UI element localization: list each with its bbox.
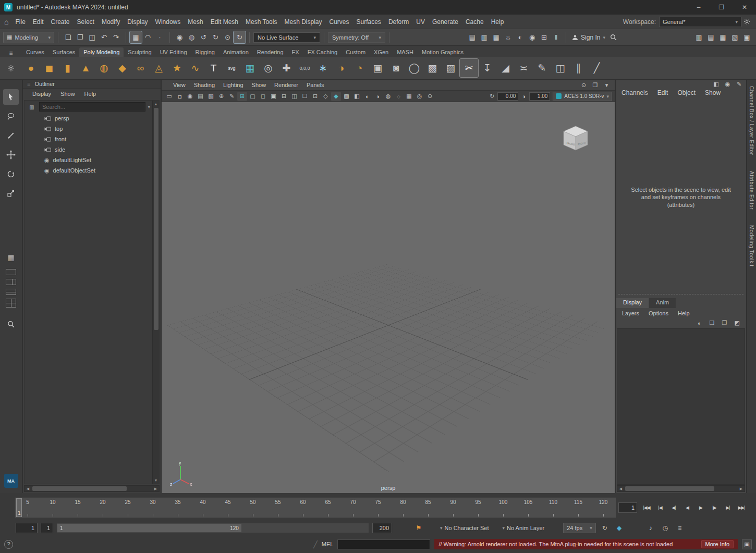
single-pane-layout-button[interactable] bbox=[6, 269, 16, 275]
retopologize-icon[interactable]: ▨ bbox=[442, 59, 460, 77]
layer-visibility-icon[interactable]: ◐ bbox=[694, 318, 704, 328]
move-layer-icon[interactable]: ◩ bbox=[732, 318, 742, 328]
filter-icon[interactable]: ▥ bbox=[27, 102, 37, 112]
go-to-start-button[interactable]: |◀◀ bbox=[640, 501, 653, 514]
playback-loop-icon[interactable]: ↻ bbox=[599, 523, 611, 533]
workspace-dropdown[interactable]: General* ▾ bbox=[659, 17, 741, 27]
scroll-right-icon[interactable]: ▶ bbox=[152, 485, 159, 492]
shelf-tab[interactable]: Poly Modeling bbox=[79, 47, 124, 57]
gate-mask-icon[interactable]: ▣ bbox=[269, 92, 278, 101]
super-shape-icon[interactable]: ★ bbox=[168, 59, 186, 77]
poly-disc-icon[interactable]: ∞ bbox=[131, 59, 150, 77]
workspace-controls-icon[interactable]: ▧ bbox=[729, 31, 741, 43]
raise-panels-icon[interactable]: ▣ bbox=[741, 31, 753, 43]
snap-to-projected-center-icon[interactable]: ◉ bbox=[174, 31, 186, 43]
mel-toggle[interactable]: MEL bbox=[322, 541, 334, 547]
resize-grip-icon[interactable]: ╱ bbox=[313, 540, 318, 548]
quad-draw-icon[interactable]: ✎ bbox=[533, 59, 551, 77]
outliner-menu-item[interactable]: Display bbox=[28, 90, 55, 98]
view-cube[interactable]: FRONT RIGHT bbox=[558, 122, 593, 156]
layer-editor-tab[interactable]: Anim bbox=[649, 298, 676, 308]
two-pane-side-layout-button[interactable] bbox=[6, 279, 16, 285]
render-frame-icon[interactable]: ▤ bbox=[466, 31, 478, 43]
more-info-button[interactable]: More Info bbox=[701, 540, 734, 548]
grease-pencil-icon[interactable]: ✎ bbox=[227, 92, 237, 101]
scale-tool[interactable] bbox=[3, 186, 19, 201]
command-input[interactable] bbox=[337, 539, 430, 549]
menu-item[interactable]: Curves bbox=[326, 17, 353, 27]
character-set-dropdown[interactable]: ▾ No Character Set bbox=[440, 525, 489, 531]
redo-icon[interactable]: ↷ bbox=[110, 31, 122, 43]
layer-editor-tab[interactable]: Display bbox=[616, 298, 649, 308]
isolate-select-icon[interactable]: ⊙ bbox=[425, 92, 435, 101]
layer-horizontal-scrollbar[interactable]: ◀ ▶ bbox=[617, 485, 745, 492]
toggle-attribute-editor-icon[interactable]: ▥ bbox=[693, 31, 705, 43]
outliner-item[interactable]: ◉ defaultLightSet bbox=[25, 155, 152, 165]
channel-box-menu-item[interactable]: Edit bbox=[653, 88, 673, 99]
rotate-tool[interactable] bbox=[3, 166, 19, 182]
fps-dropdown[interactable]: 24 fps ▾ bbox=[563, 523, 596, 533]
poly-sphere-icon[interactable]: ● bbox=[22, 59, 40, 77]
paint-select-tool[interactable] bbox=[3, 128, 19, 143]
input-connections-icon[interactable]: ↻ bbox=[234, 31, 246, 43]
tab-channel-box-layer-editor[interactable]: Channel Box / Layer Editor bbox=[749, 86, 754, 155]
time-slider[interactable]: 1 51015202530354045505560657075808590951… bbox=[15, 497, 616, 518]
shadows-toggle-icon[interactable]: ◑ bbox=[373, 92, 383, 101]
four-pane-layout-button[interactable] bbox=[6, 299, 16, 308]
render-settings-icon[interactable]: ☼ bbox=[502, 31, 514, 43]
redo-history-icon[interactable]: ↻ bbox=[210, 31, 222, 43]
outliner-item[interactable]: ◉ top bbox=[25, 124, 152, 134]
shelf-menu-icon[interactable]: ≡ bbox=[0, 50, 22, 57]
sweep-mesh-icon[interactable]: ∿ bbox=[186, 59, 204, 77]
shelf-tab[interactable]: Curves bbox=[22, 47, 48, 57]
channel-box-menu-item[interactable]: Object bbox=[673, 88, 700, 99]
view-transform-dropdown[interactable]: ACES 1.0 SDR-v ▾ bbox=[553, 92, 612, 101]
menu-item[interactable]: Deform bbox=[385, 17, 412, 27]
viewport-menu-item[interactable]: Panels bbox=[302, 81, 328, 89]
shelf-tab[interactable]: Animation bbox=[219, 47, 253, 57]
shelf-tab[interactable]: Custom bbox=[342, 47, 370, 57]
pin-channel-box-icon[interactable]: ◉ bbox=[723, 79, 733, 89]
maximize-button[interactable]: ❐ bbox=[710, 0, 733, 15]
wireframe-mode-icon[interactable]: ◇ bbox=[321, 92, 331, 101]
frame-all-icon[interactable]: ⊡ bbox=[310, 92, 320, 101]
current-time-field[interactable]: 1 bbox=[618, 502, 637, 513]
textured-mode-icon[interactable]: ▩ bbox=[342, 92, 351, 101]
previous-frame-button[interactable]: ◀| bbox=[667, 501, 680, 514]
next-keyframe-button[interactable]: ▶| bbox=[721, 501, 735, 514]
menu-item[interactable]: Cache bbox=[462, 17, 487, 27]
resolution-gate-icon[interactable]: ◻ bbox=[258, 92, 268, 101]
bridge-icon[interactable]: ≍ bbox=[515, 59, 533, 77]
range-slider[interactable]: 1 120 bbox=[56, 523, 369, 533]
tear-off-copy-icon[interactable]: ❐ bbox=[590, 80, 600, 90]
viewport-menu-item[interactable]: Shading bbox=[190, 81, 219, 89]
shelf-gear-icon[interactable] bbox=[0, 65, 22, 72]
move-tool[interactable] bbox=[3, 147, 19, 163]
layer-editor-menu-item[interactable]: Layers bbox=[618, 309, 643, 317]
close-button[interactable]: ✕ bbox=[733, 0, 756, 15]
play-forward-button[interactable]: ▶ bbox=[694, 501, 708, 514]
snap-to-curve-icon[interactable]: ◠ bbox=[142, 31, 154, 43]
shelf-tab[interactable]: XGen bbox=[370, 47, 393, 57]
toggle-tool-settings-icon[interactable]: ▤ bbox=[705, 31, 717, 43]
viewport-menu-item[interactable]: Show bbox=[248, 81, 271, 89]
type-tool-icon[interactable]: T bbox=[204, 59, 223, 77]
poly-cone-icon[interactable]: ▲ bbox=[77, 59, 95, 77]
image-plane-icon[interactable]: ▧ bbox=[206, 92, 216, 101]
menu-item[interactable]: Help bbox=[487, 17, 508, 27]
menu-item[interactable]: Edit Mesh bbox=[207, 17, 242, 27]
playback-start-field[interactable]: 1 bbox=[41, 523, 53, 533]
viewport-canvas[interactable]: FRONT RIGHT y x z persp bbox=[162, 102, 615, 493]
render-sequence-icon[interactable]: ▦ bbox=[490, 31, 502, 43]
svg-tool-icon[interactable]: svg bbox=[223, 59, 241, 77]
auto-keyframe-icon[interactable]: ◆ bbox=[614, 523, 625, 533]
playback-speed-icon[interactable]: ◷ bbox=[660, 523, 671, 533]
add-empty-layer-icon[interactable]: ❏ bbox=[707, 318, 717, 328]
help-button[interactable]: ? bbox=[4, 540, 13, 549]
menu-item[interactable]: UV bbox=[412, 17, 429, 27]
menu-item[interactable]: Mesh bbox=[184, 17, 206, 27]
remesh-icon[interactable]: ▩ bbox=[423, 59, 442, 77]
menu-item[interactable]: Surfaces bbox=[353, 17, 385, 27]
move-to-origin-icon[interactable]: 0,0,0 bbox=[296, 59, 314, 77]
zoom-icon[interactable] bbox=[3, 316, 19, 332]
